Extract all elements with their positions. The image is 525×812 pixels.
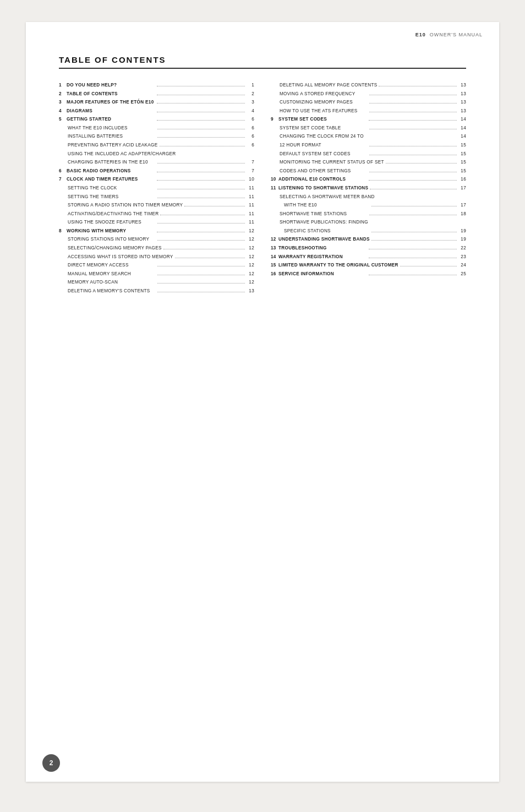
- toc-entry-dots: [371, 232, 457, 232]
- toc-entry: 3MAJOR FEATURES OF THE ETÓN E103: [59, 98, 254, 107]
- toc-entry-label: TROUBLESHOOTING: [278, 244, 367, 253]
- toc-entry-page: 4: [247, 107, 254, 116]
- toc-entry-dots: [371, 206, 457, 206]
- toc-entry: SHORTWAVE PUBLICATIONS: FINDING: [271, 218, 466, 227]
- toc-entry-label: MEMORY AUTO-SCAN: [68, 278, 156, 287]
- toc-entry-label: USING THE INCLUDED AC ADAPTER/CHARGER: [68, 150, 176, 159]
- toc-entry-dots: [157, 103, 245, 103]
- toc-entry: MOVING A STORED FREQUENCY13: [271, 90, 466, 99]
- toc-entry-number: 7: [59, 175, 67, 184]
- toc-entry: 11LISTENING TO SHORTWAVE STATIONS17: [271, 184, 466, 193]
- toc-entry-label: CODES AND OTHER SETTINGS: [280, 167, 368, 176]
- toc-entry-page: 17: [458, 184, 466, 193]
- toc-entry-number: 10: [271, 175, 278, 184]
- toc-entry: SETTING THE TIMERS11: [59, 193, 254, 201]
- toc-entry: CHARGING BATTERIES IN THE E107: [59, 158, 254, 167]
- toc-entry-page: 12: [247, 278, 254, 287]
- toc-entry-dots: [369, 129, 457, 129]
- toc-entry: MONITORING THE CURRENT STATUS OF SET15: [271, 158, 466, 167]
- toc-entry: WHAT THE E10 INCLUDES6: [59, 124, 254, 133]
- toc-entry-page: 13: [458, 98, 466, 107]
- toc-entry-page: 15: [458, 158, 466, 167]
- toc-entry: SPECIFIC STATIONS19: [271, 227, 466, 236]
- toc-entry-number: 3: [59, 98, 67, 107]
- toc-entry-page: 12: [247, 235, 254, 244]
- toc-entry-label: DELETING A MEMORY'S CONTENTS: [68, 287, 156, 296]
- toc-entry-dots: [163, 249, 245, 249]
- toc-entry-number: 6: [59, 167, 67, 176]
- toc-entry-label: SETTING THE TIMERS: [68, 193, 156, 201]
- toc-entry-dots: [157, 275, 245, 275]
- toc-entry-label: SPECIFIC STATIONS: [284, 227, 370, 236]
- toc-entry: DIRECT MEMORY ACCESS12: [59, 261, 254, 270]
- toc-entry-label: WARRANTY REGISTRATION: [278, 253, 367, 261]
- toc-entry-label: DIAGRAMS: [67, 107, 155, 116]
- model-label: E10: [415, 32, 426, 37]
- toc-entry-label: SYSTEM SET CODES: [278, 115, 367, 124]
- toc-entry-dots: [369, 275, 457, 275]
- toc-entry-label: CUSTOMIZING MEMORY PAGES: [280, 98, 368, 107]
- toc-entry-page: 15: [458, 167, 466, 176]
- toc-entry-dots: [157, 232, 245, 232]
- toc-entry-label: SHORTWAVE TIME STATIONS: [280, 210, 368, 219]
- toc-entry-number: 12: [271, 235, 278, 244]
- toc-entry-page: 12: [247, 261, 254, 270]
- toc-entry: 12 HOUR FORMAT15: [271, 141, 466, 150]
- toc-entry: SHORTWAVE TIME STATIONS18: [271, 210, 466, 219]
- toc-entry-label: MANUAL MEMORY SEARCH: [68, 270, 156, 279]
- toc-entry-dots: [157, 129, 245, 129]
- toc-entry-page: 19: [458, 227, 466, 236]
- toc-entry-dots: [157, 189, 245, 189]
- toc-entry-dots: [369, 215, 457, 215]
- toc-title: TABLE OF CONTENTS: [59, 55, 466, 69]
- toc-entry-label: WHAT THE E10 INCLUDES: [68, 124, 156, 133]
- toc-entry-page: 6: [247, 115, 254, 124]
- toc-entry-number: 5: [59, 115, 67, 124]
- toc-entry-page: 7: [247, 158, 254, 167]
- toc-entry-page: 19: [458, 235, 466, 244]
- toc-entry-label: LISTENING TO SHORTWAVE STATIONS: [278, 184, 368, 193]
- toc-entry-page: 12: [247, 227, 254, 236]
- toc-entry-dots: [157, 163, 245, 164]
- toc-entry: 15LIMITED WARRANTY TO THE ORIGINAL CUSTO…: [271, 261, 466, 270]
- toc-entry: 8WORKING WITH MEMORY12: [59, 227, 254, 236]
- toc-entry-page: 13: [458, 107, 466, 116]
- toc-entry-dots: [157, 137, 245, 138]
- toc-entry-dots: [369, 172, 457, 172]
- toc-entry-label: MONITORING THE CURRENT STATUS OF SET: [280, 158, 384, 167]
- toc-entry-label: USING THE SNOOZE FEATURES: [68, 218, 156, 227]
- toc-entry-label: SHORTWAVE PUBLICATIONS: FINDING: [280, 218, 466, 227]
- toc-entry-dots: [400, 266, 457, 266]
- toc-entry-page: 13: [247, 287, 254, 296]
- toc-entry-label: TABLE OF CONTENTS: [67, 90, 155, 99]
- toc-entry-dots: [175, 258, 245, 258]
- toc-entry-page: 11: [247, 184, 254, 193]
- toc-entry-page: 2: [247, 90, 254, 99]
- toc-entry-number: 8: [59, 227, 67, 236]
- toc-entry-page: 6: [247, 141, 254, 150]
- toc-right-column: DELETING ALL MEMORY PAGE CONTENTS13MOVIN…: [271, 81, 466, 295]
- toc-entry-label: SELECTING A SHORTWAVE METER BAND: [280, 193, 466, 201]
- toc-entry-label: ADDITIONAL E10 CONTROLS: [278, 175, 367, 184]
- toc-entry: 16SERVICE INFORMATION25: [271, 270, 466, 279]
- toc-entry-page: 17: [458, 201, 466, 210]
- toc-entry-dots: [160, 215, 245, 215]
- toc-entry: CHANGING THE CLOCK FROM 24 to14: [271, 132, 466, 141]
- toc-entry-label: PREVENTING BATTERY ACID LEAKAGE: [68, 141, 158, 150]
- toc-entry-dots: [379, 86, 457, 86]
- toc-entry-dots: [369, 146, 457, 146]
- toc-entry-dots: [369, 95, 457, 95]
- page-footer: 2: [26, 754, 499, 772]
- toc-entry-page: 24: [458, 261, 466, 270]
- toc-entry-page: 12: [247, 253, 254, 261]
- toc-entry: DEFAULT SYSTEM SET CODES15: [271, 150, 466, 159]
- toc-entry: MEMORY AUTO-SCAN12: [59, 278, 254, 287]
- toc-entry-label: STORING A RADIO STATION INTO TIMER MEMOR…: [68, 201, 183, 210]
- toc-entry-dots: [157, 86, 245, 86]
- toc-entry-page: 6: [247, 132, 254, 141]
- toc-entry-label: MOVING A STORED FREQUENCY: [280, 90, 368, 99]
- header-bar: E10 OWNER'S MANUAL: [415, 32, 483, 37]
- toc-entry-dots: [157, 112, 245, 112]
- toc-entry-label: DO YOU NEED HELP?: [67, 81, 155, 90]
- toc-entry-page: 14: [458, 115, 466, 124]
